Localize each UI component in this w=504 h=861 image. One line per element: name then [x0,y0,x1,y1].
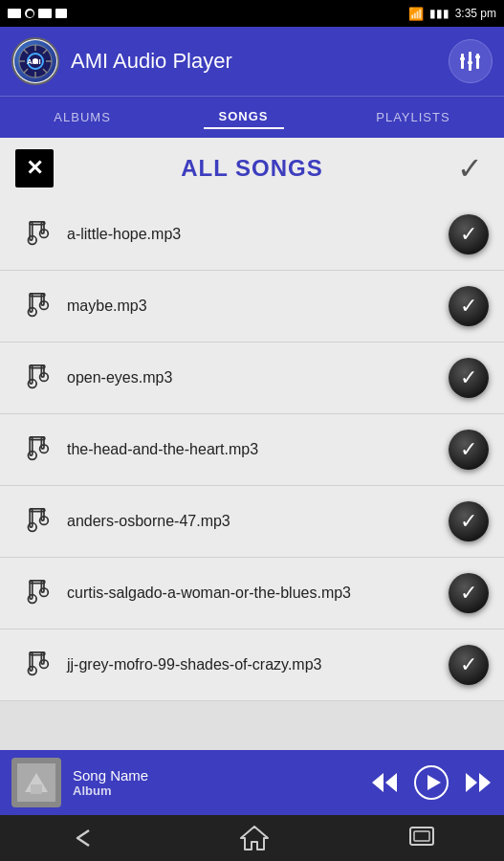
deselect-all-button[interactable]: ✕ [15,149,54,188]
svg-marker-60 [479,773,491,792]
play-icon [414,765,449,800]
back-icon [70,827,100,850]
song-check-button[interactable]: ✓ [449,573,489,613]
svg-rect-17 [475,55,480,58]
song-icon [15,428,59,472]
x-icon: ✕ [26,158,43,179]
song-icon [15,643,59,687]
songs-header: ✕ ALL SONGS ✓ [0,138,504,199]
svg-marker-55 [372,773,383,792]
svg-rect-13 [460,57,465,60]
svg-text:AMI: AMI [27,57,41,66]
album-art-icon [17,763,55,802]
tab-playlists[interactable]: PLAYLISTS [361,106,465,128]
song-item[interactable]: maybe.mp3 ✓ [0,271,504,342]
checkmark-icon: ✓ [460,294,477,319]
music-note-icon [18,215,56,254]
app-header-left: AMI AMI Audio Player [11,37,232,85]
song-check-button[interactable]: ✓ [449,501,489,541]
home-button[interactable] [239,825,270,851]
checkmark-icon: ✓ [460,581,477,606]
notification-icon-3 [38,9,52,18]
app-logo: AMI [11,37,59,85]
svg-marker-59 [466,773,477,792]
music-note-icon [18,430,56,469]
play-button[interactable] [414,765,449,800]
song-filename: jj-grey-mofro-99-shades-of-crazy.mp3 [67,656,449,673]
song-filename: anders-osborne-47.mp3 [67,513,449,530]
now-playing-album-name: Album [73,784,359,798]
svg-marker-58 [427,775,441,790]
song-icon [15,571,59,615]
song-filename: maybe.mp3 [67,298,449,315]
song-item[interactable]: a-little-hope.mp3 ✓ [0,199,504,271]
svg-marker-56 [385,773,397,792]
song-filename: the-head-and-the-heart.mp3 [67,441,449,458]
now-playing-bar: Song Name Album [0,750,504,815]
forward-icon [464,771,493,794]
battery-icon: ▮▮▮ [429,7,449,20]
song-item[interactable]: jj-grey-mofro-99-shades-of-crazy.mp3 ✓ [0,629,504,701]
tab-songs[interactable]: SONGS [204,105,284,129]
checkmark-icon: ✓ [460,652,477,677]
select-all-button[interactable]: ✓ [450,149,489,188]
equalizer-icon [457,48,484,75]
tab-bar: ALBUMS SONGS PLAYLISTS [0,96,504,138]
song-item[interactable]: the-head-and-the-heart.mp3 ✓ [0,414,504,486]
now-playing-song-name: Song Name [73,767,359,784]
status-bar-left [8,9,67,18]
song-icon [15,284,59,328]
svg-rect-63 [414,831,429,841]
music-note-icon [18,287,56,325]
song-list: a-little-hope.mp3 ✓ maybe.mp3 ✓ [0,199,504,701]
checkmark-icon: ✓ [460,437,477,462]
notification-icon-4 [55,9,67,18]
checkmark-icon: ✓ [460,365,477,390]
song-icon [15,212,59,256]
music-note-icon [18,646,56,684]
songs-section-title: ALL SONGS [54,155,450,182]
song-item[interactable]: anders-osborne-47.mp3 ✓ [0,486,504,558]
song-filename: curtis-salgado-a-woman-or-the-blues.mp3 [67,585,449,602]
song-check-button[interactable]: ✓ [449,430,489,470]
song-item[interactable]: curtis-salgado-a-woman-or-the-blues.mp3 … [0,558,504,629]
tab-albums[interactable]: ALBUMS [38,106,125,128]
content-area: ✕ ALL SONGS ✓ a-little-hope.mp3 ✓ [0,138,504,701]
song-check-button[interactable]: ✓ [449,286,489,326]
notification-icon-2 [25,9,34,18]
song-check-button[interactable]: ✓ [449,358,489,398]
wifi-icon: 📶 [408,7,424,21]
home-icon [239,825,270,851]
svg-rect-54 [31,784,42,794]
app-header: AMI AMI Audio Player [0,27,504,96]
previous-button[interactable] [370,771,399,794]
notification-icon-1 [8,9,21,18]
app-title: AMI Audio Player [71,49,232,74]
svg-rect-15 [468,61,472,64]
logo-svg: AMI [18,44,53,78]
checkmark-icon: ✓ [460,222,477,247]
status-bar: 📶 ▮▮▮ 3:35 pm [0,0,504,27]
app-logo-inner: AMI [14,40,56,82]
song-filename: open-eyes.mp3 [67,369,449,386]
svg-marker-61 [241,827,268,850]
song-icon [15,356,59,400]
music-note-icon [18,574,56,612]
song-check-button[interactable]: ✓ [449,214,489,254]
song-icon [15,499,59,543]
rewind-icon [370,771,399,794]
song-filename: a-little-hope.mp3 [67,226,449,243]
now-playing-info: Song Name Album [73,767,359,798]
settings-button[interactable] [449,39,493,83]
music-note-icon [18,502,56,541]
check-all-icon: ✓ [457,150,483,187]
song-check-button[interactable]: ✓ [449,645,489,685]
status-bar-right: 📶 ▮▮▮ 3:35 pm [408,7,496,21]
player-controls [370,765,493,800]
next-button[interactable] [464,771,493,794]
back-button[interactable] [70,827,100,850]
checkmark-icon: ✓ [460,509,477,534]
song-item[interactable]: open-eyes.mp3 ✓ [0,342,504,414]
recents-button[interactable] [408,826,435,850]
status-time: 3:35 pm [455,7,496,20]
